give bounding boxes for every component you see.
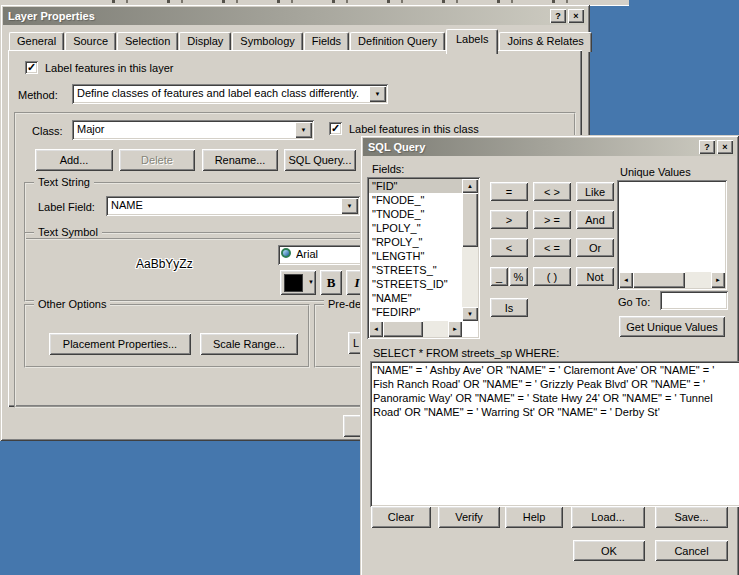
close-icon[interactable]: × — [717, 140, 733, 154]
label-field-label: Label Field: — [38, 201, 95, 213]
operator-equals-button[interactable]: = — [490, 182, 528, 201]
tab-display[interactable]: Display — [179, 32, 231, 52]
unique-values-label: Unique Values — [620, 166, 691, 178]
ok-button[interactable]: OK — [573, 540, 645, 561]
label-features-class-checkbox[interactable]: ✓ — [329, 122, 342, 135]
text-color-picker[interactable]: ▼ — [280, 270, 316, 295]
tab-selection[interactable]: Selection — [117, 32, 178, 52]
text-symbol-preview: AaBbYyZz — [136, 257, 193, 271]
unique-values-listbox[interactable]: ◄ ► — [617, 180, 727, 290]
bold-button[interactable]: B — [320, 270, 342, 295]
operator-less-equal-button[interactable]: < = — [533, 238, 571, 257]
scroll-down-icon[interactable]: ▼ — [462, 307, 478, 321]
chevron-down-icon[interactable]: ▼ — [341, 198, 358, 214]
scroll-up-icon[interactable]: ▲ — [462, 179, 478, 193]
operator-parentheses-button[interactable]: ( ) — [533, 267, 571, 286]
class-combobox[interactable]: Major ▼ — [72, 120, 314, 140]
scrollbar-thumb[interactable] — [462, 193, 478, 247]
operator-greater-button[interactable]: > — [490, 210, 528, 229]
list-item[interactable]: "STREETS_ID" — [369, 277, 462, 291]
label-field-combobox[interactable]: NAME ▼ — [106, 196, 360, 216]
desktop: Layer Properties ? × General Source Sele… — [0, 0, 739, 575]
other-options-group-label: Other Options — [34, 298, 110, 310]
list-item[interactable]: "FID" — [369, 179, 462, 193]
save-button[interactable]: Save... — [655, 506, 728, 528]
placement-properties-button[interactable]: Placement Properties... — [49, 333, 191, 355]
chevron-down-icon[interactable]: ▼ — [369, 86, 386, 102]
scroll-left-icon[interactable]: ◄ — [369, 321, 383, 337]
help-button[interactable]: ? — [550, 9, 566, 23]
tab-fields[interactable]: Fields — [304, 32, 349, 52]
rename-button[interactable]: Rename... — [202, 149, 278, 171]
opentype-icon — [281, 248, 291, 260]
label-features-layer-checkbox[interactable]: ✓ — [25, 61, 38, 74]
sql-query-titlebar[interactable]: SQL Query ? × — [363, 138, 736, 156]
label-field-value: NAME — [111, 199, 340, 211]
tab-symbology[interactable]: Symbology — [232, 32, 302, 52]
clear-button[interactable]: Clear — [371, 506, 431, 528]
select-from-where-label: SELECT * FROM streets_sp WHERE: — [373, 347, 559, 359]
operator-or-button[interactable]: Or — [576, 238, 614, 257]
list-item[interactable]: "FNODE_" — [369, 193, 462, 207]
operator-is-button[interactable]: Is — [490, 298, 528, 317]
scroll-right-icon[interactable]: ► — [711, 272, 725, 288]
verify-button[interactable]: Verify — [438, 506, 500, 528]
delete-button: Delete — [119, 149, 195, 171]
load-button[interactable]: Load... — [571, 506, 645, 528]
close-icon[interactable]: × — [568, 9, 584, 23]
operator-underscore-button[interactable]: _ — [490, 267, 508, 286]
unique-values-horizontal-scrollbar[interactable]: ◄ ► — [619, 272, 725, 288]
background-toolbar-marks — [88, 0, 568, 3]
tab-labels[interactable]: Labels — [446, 29, 498, 54]
scroll-right-icon[interactable]: ► — [448, 321, 462, 337]
operator-and-button[interactable]: And — [576, 210, 614, 229]
get-unique-values-button[interactable]: Get Unique Values — [619, 316, 725, 337]
list-item[interactable]: "STREETS_" — [369, 263, 462, 277]
list-item[interactable]: "TNODE_" — [369, 207, 462, 221]
tab-source[interactable]: Source — [65, 32, 116, 52]
tab-strip: General Source Selection Display Symbolo… — [9, 31, 593, 52]
operator-not-button[interactable]: Not — [576, 267, 614, 286]
scroll-left-icon[interactable]: ◄ — [619, 272, 633, 288]
layer-properties-title: Layer Properties — [3, 10, 95, 22]
goto-input[interactable] — [660, 291, 728, 310]
operator-not-equals-button[interactable]: < > — [533, 182, 571, 201]
list-item[interactable]: "NAME" — [369, 291, 462, 305]
sql-query-dialog: SQL Query ? × Fields: "FID" "FNODE_" "TN… — [360, 135, 739, 575]
label-features-class-label: Label features in this class — [349, 123, 479, 135]
add-button[interactable]: Add... — [35, 149, 113, 171]
operator-like-button[interactable]: Like — [576, 182, 614, 201]
goto-label: Go To: — [618, 296, 650, 308]
color-swatch — [284, 274, 303, 292]
tab-general[interactable]: General — [9, 32, 64, 52]
class-value: Major — [77, 123, 294, 135]
scale-range-button[interactable]: Scale Range... — [200, 333, 298, 355]
tab-joins-relates[interactable]: Joins & Relates — [499, 32, 591, 52]
help-button[interactable]: ? — [699, 140, 715, 154]
list-item[interactable]: "LENGTH" — [369, 249, 462, 263]
tab-definition-query[interactable]: Definition Query — [350, 32, 445, 52]
operator-greater-equal-button[interactable]: > = — [533, 210, 571, 229]
scrollbar-thumb[interactable] — [633, 272, 685, 288]
method-combobox[interactable]: Define classes of features and label eac… — [72, 84, 388, 104]
operator-percent-button[interactable]: % — [509, 267, 528, 286]
fields-listbox[interactable]: "FID" "FNODE_" "TNODE_" "LPOLY_" "RPOLY_… — [367, 177, 480, 339]
method-value: Define classes of features and label eac… — [77, 87, 368, 99]
sql-query-title: SQL Query — [363, 141, 425, 153]
layer-properties-titlebar[interactable]: Layer Properties ? × — [3, 7, 587, 25]
scrollbar-thumb[interactable] — [383, 321, 423, 337]
text-string-group-label: Text String — [34, 176, 94, 188]
chevron-down-icon[interactable]: ▼ — [295, 122, 312, 138]
fields-horizontal-scrollbar[interactable]: ◄ ► — [369, 321, 462, 337]
fields-label: Fields: — [372, 163, 404, 175]
list-item[interactable]: "FEDIRP" — [369, 305, 462, 319]
query-textarea[interactable]: "NAME" = ' Ashby Ave' OR "NAME" = ' Clar… — [370, 361, 739, 507]
sql-query-button[interactable]: SQL Query... — [284, 149, 356, 171]
help-button[interactable]: Help — [505, 506, 563, 528]
list-item[interactable]: "RPOLY_" — [369, 235, 462, 249]
list-item[interactable]: "LPOLY_" — [369, 221, 462, 235]
operator-less-button[interactable]: < — [490, 238, 528, 257]
fields-vertical-scrollbar[interactable]: ▲ ▼ — [462, 179, 478, 321]
cancel-button[interactable]: Cancel — [655, 540, 728, 561]
method-label: Method: — [18, 89, 58, 101]
